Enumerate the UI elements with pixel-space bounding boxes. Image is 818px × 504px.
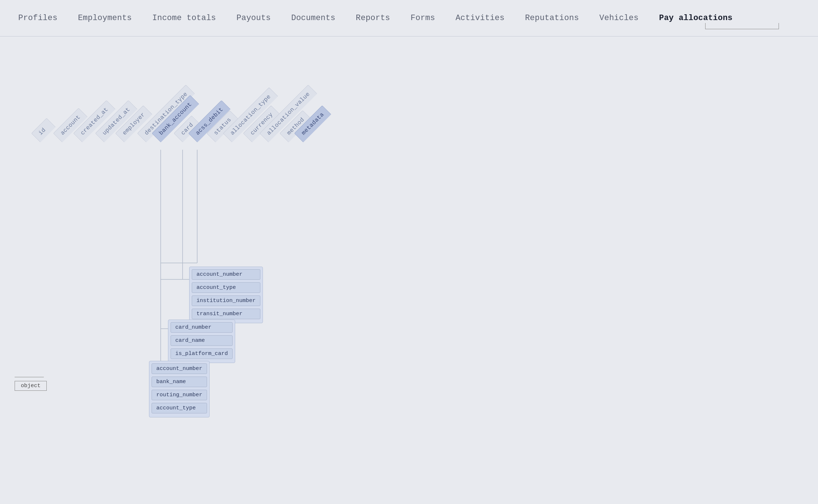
- col-tab-id: id: [31, 118, 56, 142]
- bank-account-group: account_numberaccount_typeinstitution_nu…: [189, 267, 263, 323]
- nav-item-payouts[interactable]: Payouts: [226, 14, 281, 23]
- field-bank_name: bank_name: [152, 377, 207, 387]
- field-account_number: account_number: [192, 269, 260, 280]
- legend: object: [15, 377, 47, 391]
- field-routing_number: routing_number: [152, 390, 207, 400]
- nav-item-activities[interactable]: Activities: [445, 14, 515, 23]
- field-transit_number: transit_number: [192, 309, 260, 319]
- nav-item-employments[interactable]: Employments: [68, 14, 142, 23]
- col-header-id: id: [31, 118, 56, 142]
- field-is_platform_card: is_platform_card: [171, 348, 233, 359]
- legend-box: object: [15, 381, 47, 391]
- field-card_number: card_number: [171, 322, 233, 333]
- field-account_number: account_number: [152, 363, 207, 374]
- nav-item-profiles[interactable]: Profiles: [15, 14, 68, 23]
- nav-item-forms[interactable]: Forms: [400, 14, 445, 23]
- legend-line: [15, 377, 44, 377]
- nav-item-income-totals[interactable]: Income totals: [142, 14, 226, 23]
- nav-item-reports[interactable]: Reports: [345, 14, 400, 23]
- columns-container: idaccountcreated_atupdated_atemployerdes…: [26, 47, 803, 150]
- nav-item-reputations[interactable]: Reputations: [515, 14, 589, 23]
- tree-area: account_numberaccount_typeinstitution_nu…: [26, 150, 803, 405]
- nav-item-vehicles[interactable]: Vehicles: [589, 14, 649, 23]
- main-content: idaccountcreated_atupdated_atemployerdes…: [0, 37, 818, 413]
- field-card_name: card_name: [171, 335, 233, 346]
- acss-debit-group: account_numberbank_namerouting_numberacc…: [149, 361, 210, 417]
- field-account_type: account_type: [152, 403, 207, 413]
- nav-item-documents[interactable]: Documents: [281, 14, 346, 23]
- card-group: card_numbercard_nameis_platform_card: [168, 320, 235, 363]
- navigation: ProfilesEmploymentsIncome totalsPayoutsD…: [0, 0, 818, 37]
- field-institution_number: institution_number: [192, 295, 260, 306]
- field-account_type: account_type: [192, 282, 260, 293]
- nav-item-pay-allocations[interactable]: Pay allocations: [649, 14, 743, 23]
